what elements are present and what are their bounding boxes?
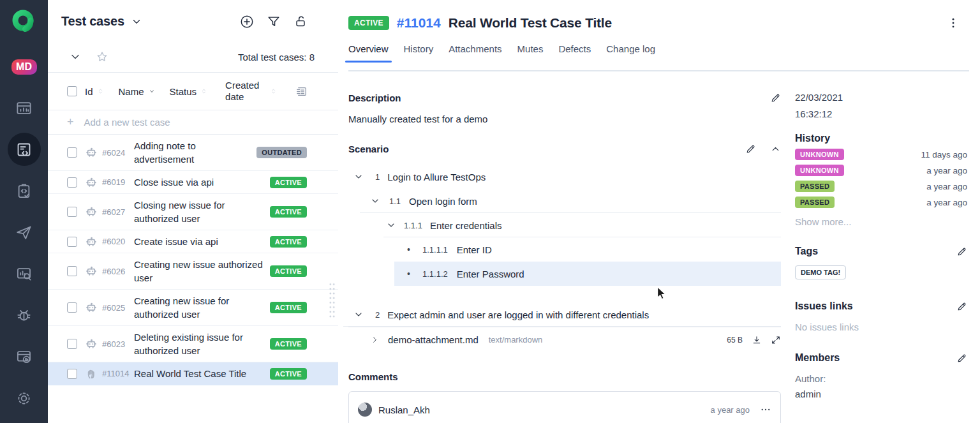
sort-name-icon[interactable]: [148, 87, 156, 96]
column-status[interactable]: Status: [170, 86, 197, 97]
history-item[interactable]: PASSED a year ago: [795, 197, 967, 208]
table-row[interactable]: #6019 Close issue via api ACTIVE: [48, 171, 338, 194]
tag-chip[interactable]: DEMO TAG!: [795, 265, 846, 279]
row-checkbox[interactable]: [67, 266, 77, 276]
chevron-right-icon[interactable]: [370, 335, 380, 345]
sort-status-icon[interactable]: [200, 87, 207, 96]
test-case-name[interactable]: Close issue via api: [134, 175, 265, 189]
row-checkbox[interactable]: [67, 207, 77, 217]
row-checkbox[interactable]: [67, 177, 77, 188]
chevron-down-icon[interactable]: [386, 220, 396, 230]
tab-history[interactable]: History: [404, 43, 434, 63]
row-checkbox[interactable]: [67, 302, 77, 313]
column-settings-icon[interactable]: [295, 85, 308, 98]
filter-icon[interactable]: [267, 15, 281, 29]
table-row[interactable]: #6020 Create issue via api ACTIVE: [48, 230, 338, 253]
scenario-step[interactable]: • 1 Login to Allure TestOps: [348, 165, 781, 189]
fullscreen-icon[interactable]: [771, 335, 781, 345]
chevron-down-icon[interactable]: [370, 196, 380, 206]
test-case-name[interactable]: Create issue via api: [134, 235, 265, 248]
add-new-test-case-label: Add a new test case: [84, 117, 170, 128]
edit-issues-icon[interactable]: [956, 301, 967, 312]
panel-title[interactable]: Test cases: [61, 14, 124, 29]
description-section-header: Description: [348, 93, 781, 103]
show-more-link[interactable]: Show more...: [795, 216, 967, 227]
robot-icon: [85, 206, 97, 218]
tab-mutes[interactable]: Mutes: [517, 43, 544, 63]
edit-members-icon[interactable]: [956, 353, 967, 364]
row-checkbox[interactable]: [67, 339, 77, 349]
unlock-icon[interactable]: [293, 15, 308, 29]
table-row[interactable]: #11014 Real World Test Case Title ACTIVE: [48, 362, 338, 385]
status-badge: OUTDATED: [256, 147, 307, 158]
sort-id-icon[interactable]: [97, 87, 104, 96]
column-id[interactable]: Id: [85, 86, 93, 97]
rail-item-launches[interactable]: [8, 174, 41, 207]
scenario-step[interactable]: • 2 Expect admin and user are logged in …: [348, 302, 781, 327]
collapse-scenario-icon[interactable]: [770, 144, 781, 154]
row-checkbox[interactable]: [67, 237, 77, 247]
test-case-name[interactable]: Deleting existing issue for authorized u…: [134, 330, 265, 357]
select-all-checkbox[interactable]: [67, 86, 77, 96]
scenario-step[interactable]: • 1.1.1.1 Enter ID: [348, 237, 781, 262]
row-checkbox[interactable]: [67, 147, 77, 158]
history-item[interactable]: UNKNOWN a year ago: [795, 165, 967, 176]
tab-overview[interactable]: Overview: [348, 43, 389, 63]
step-text[interactable]: Enter Password: [457, 269, 524, 279]
edit-tags-icon[interactable]: [956, 246, 967, 257]
chevron-down-icon[interactable]: [353, 172, 364, 182]
table-row[interactable]: #6026 Creating new issue authorized user…: [48, 253, 338, 290]
test-case-name[interactable]: Creating new issue for authorized user: [134, 294, 265, 321]
add-new-test-case[interactable]: + Add a new test case: [48, 110, 338, 135]
step-text[interactable]: Expect admin and user are logged in with…: [387, 309, 649, 320]
star-icon[interactable]: [96, 50, 108, 63]
step-text[interactable]: Open login form: [409, 196, 477, 207]
allure-logo-icon[interactable]: [9, 5, 40, 36]
tab-change-log[interactable]: Change log: [606, 43, 655, 63]
rail-item-test-cases[interactable]: [8, 133, 41, 166]
history-item[interactable]: PASSED a year ago: [795, 181, 967, 192]
tab-defects[interactable]: Defects: [558, 43, 591, 63]
rail-item-jobs[interactable]: [8, 340, 41, 373]
table-row[interactable]: #6023 Deleting existing issue for author…: [48, 326, 338, 362]
collapse-tree-icon[interactable]: [69, 50, 82, 63]
status-badge: ACTIVE: [270, 265, 307, 277]
test-case-name[interactable]: Real World Test Case Title: [134, 367, 265, 380]
comment-menu-icon[interactable]: [760, 404, 771, 415]
panel-resize-handle[interactable]: [329, 282, 336, 319]
scenario-step[interactable]: • 1.1 Open login form: [348, 189, 781, 213]
chevron-down-icon[interactable]: [353, 309, 364, 320]
scenario-step[interactable]: • 1.1.1 Enter credentials: [348, 213, 781, 237]
row-checkbox[interactable]: [67, 369, 77, 379]
table-row[interactable]: #6025 Creating new issue for authorized …: [48, 290, 338, 326]
column-name[interactable]: Name: [119, 86, 144, 97]
table-row[interactable]: #6024 Adding note to advertisement OUTDA…: [48, 135, 338, 171]
table-row[interactable]: #6027 Closing new issue for authorized u…: [48, 194, 338, 230]
result-badge: UNKNOWN: [795, 165, 844, 176]
step-text[interactable]: Enter credentials: [430, 220, 502, 231]
chevron-down-icon[interactable]: [131, 16, 142, 27]
tab-attachments[interactable]: Attachments: [449, 43, 501, 63]
created-time: 16:32:12: [795, 106, 967, 122]
rail-item-dashboards[interactable]: [8, 91, 41, 124]
user-avatar[interactable]: MD: [11, 59, 37, 75]
column-created-date[interactable]: Created date: [225, 80, 266, 103]
rail-item-settings[interactable]: [8, 382, 41, 415]
history-item[interactable]: UNKNOWN 11 days ago: [795, 149, 967, 160]
attachment-name[interactable]: demo-attachment.md: [388, 334, 479, 345]
edit-description-icon[interactable]: [770, 93, 781, 103]
test-case-name[interactable]: Creating new issue authorized user: [134, 258, 265, 285]
scenario-step[interactable]: • 1.1.1.2 Enter Password: [394, 262, 781, 286]
sort-created-icon[interactable]: [270, 87, 277, 96]
test-case-name[interactable]: Closing new issue for authorized user: [134, 198, 265, 225]
kebab-icon[interactable]: [947, 17, 960, 29]
test-case-name[interactable]: Adding note to advertisement: [134, 139, 256, 166]
download-icon[interactable]: [752, 335, 762, 345]
rail-item-upload[interactable]: [8, 216, 41, 249]
rail-item-defects[interactable]: [8, 299, 41, 332]
rail-item-analytics[interactable]: [8, 257, 41, 290]
step-text[interactable]: Login to Allure TestOps: [387, 172, 486, 182]
step-text[interactable]: Enter ID: [457, 244, 492, 255]
edit-scenario-icon[interactable]: [745, 144, 756, 154]
add-icon[interactable]: [240, 15, 254, 29]
